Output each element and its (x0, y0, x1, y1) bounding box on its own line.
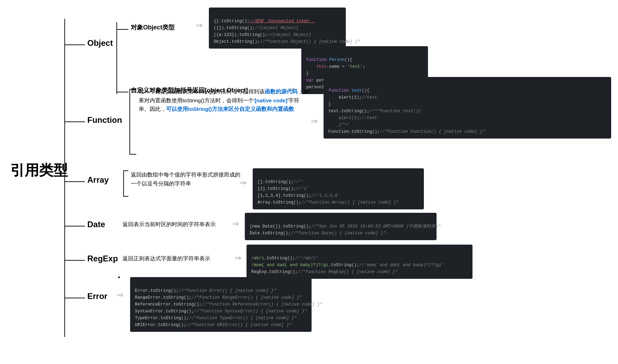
obj-sub1-code: {}.toString();//报错，Unexpected token . ({… (209, 8, 346, 49)
function-desc: 对一个自定义函数调用toString()方法时，可以得到该函数的源代码；如果对内… (139, 87, 310, 114)
main-title: 引用类型 (10, 161, 68, 180)
function-label: Function (87, 115, 122, 125)
arr-brace-bottom (123, 196, 128, 197)
function-arrow: ⇒ (311, 116, 318, 126)
error-code: Error.toString();//"function Error() { [… (130, 277, 312, 332)
object-h-line (64, 44, 85, 45)
error-arrow: ⇒ (116, 290, 123, 300)
obj-sub2-hline (116, 92, 128, 92)
date-h-line (64, 226, 85, 226)
trunk-line (64, 19, 65, 337)
date-arrow: ⇒ (232, 219, 239, 229)
array-desc: 返回由数组中每个值的字符串形式拼接而成的一个以逗号分隔的字符串 (131, 170, 240, 188)
obj-sub1-arrow: ⇒ (196, 21, 203, 30)
date-label: Date (87, 220, 105, 229)
array-arrow: ⇒ (240, 178, 247, 187)
array-h-line (64, 181, 85, 182)
regexp-desc: 返回正则表达式字面量的字符串表示 (123, 255, 236, 263)
object-sub-vline (116, 22, 117, 94)
date-desc: 返回表示当前时区的时间的字符串表示 (123, 220, 232, 229)
array-code: [].toString();//'' [1].toString();//'1' … (253, 168, 424, 209)
date-code: (new Date()).toString();//"Sun Jun 05 20… (245, 213, 437, 240)
regexp-label: RegExp (87, 254, 118, 263)
regexp-arrow: ⇒ (235, 253, 241, 263)
fn-brace-top (129, 89, 136, 90)
arr-brace-vline (123, 170, 124, 196)
object-label: Object (87, 38, 113, 48)
array-label: Array (87, 175, 109, 185)
obj-sub1-label: 对象Object类型 (131, 23, 175, 31)
function-code: function test(){ alert(1);//test } test.… (324, 77, 611, 139)
error-dot (118, 276, 120, 278)
arr-brace-top (123, 170, 128, 171)
regexp-code: /ab/i.toString();//'/ab/i' /mom( and dad… (247, 245, 472, 279)
regexp-h-line (64, 260, 85, 261)
function-h-line (64, 121, 85, 122)
error-label: Error (87, 291, 108, 301)
diagram-container: 引用类型 Object 对象Object类型 ⇒ {}.toString();/… (0, 0, 618, 364)
fn-brace-vline (129, 89, 130, 154)
obj-sub1-hline (116, 29, 128, 30)
error-h-line (64, 298, 85, 298)
fn-brace-bottom (129, 154, 136, 155)
